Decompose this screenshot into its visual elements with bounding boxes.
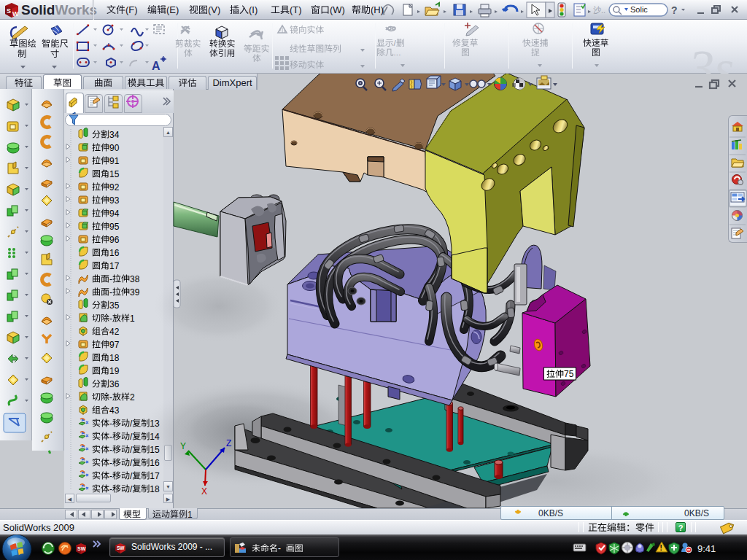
svg-text:9:41: 9:41 [697, 543, 716, 554]
svg-text:3s: 3s [688, 40, 734, 74]
svg-text:?: ? [671, 4, 678, 16]
svg-text:!: ! [660, 544, 662, 552]
svg-text:沙..: 沙.. [593, 6, 605, 15]
svg-text:X: X [201, 486, 207, 497]
svg-text:SW: SW [117, 545, 125, 551]
svg-text:A: A [152, 60, 160, 72]
svg-text:S: S [7, 7, 11, 15]
svg-text:0KB/S: 0KB/S [684, 508, 709, 518]
svg-text:SW: SW [77, 546, 86, 551]
svg-text:Y: Y [180, 441, 186, 451]
svg-text:0KB/S: 0KB/S [538, 508, 563, 518]
svg-text:W: W [12, 10, 19, 18]
svg-text:Z: Z [226, 438, 231, 448]
svg-text:Solic: Solic [630, 5, 648, 14]
